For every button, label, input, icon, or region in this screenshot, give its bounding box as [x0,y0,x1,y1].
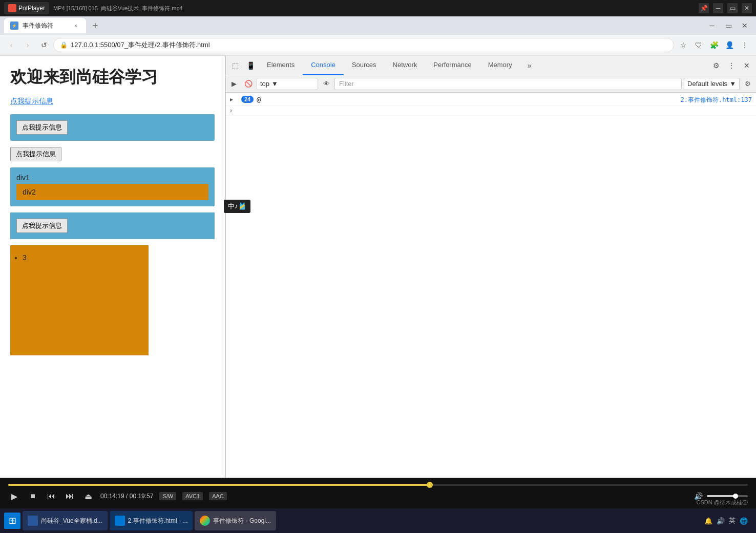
format-aac: AAC [209,492,227,500]
div1-label: div1 [16,174,208,182]
translate-text: 中♪🎽 [228,202,246,211]
console-chevron-2[interactable]: › [230,107,238,114]
next-btn[interactable]: ⏭ [64,490,76,502]
reload-btn[interactable]: ↺ [37,38,51,52]
browser-window: ⚡ 事件修饰符 × + ─ ▭ ✕ ‹ › ↺ 🔒 127.0.0.1:5500… [0,16,756,533]
stop-btn[interactable]: ■ [27,490,39,502]
word-icon [28,516,38,526]
div2-box: div2 [16,184,208,200]
progress-bar[interactable] [8,484,748,486]
console-levels-select[interactable]: Default levels ▼ [684,78,740,90]
tab-close-btn[interactable]: × [72,22,80,30]
console-content: ▸ 24 @ 2.事件修饰符.html:137 › [226,93,756,533]
new-tab-btn[interactable]: + [88,18,102,33]
volume-fill [707,495,736,497]
taskbar-item-code[interactable]: 2.事件修饰符.html - ... [110,511,193,530]
play-btn[interactable]: ▶ [8,490,20,502]
console-play-btn[interactable]: ▶ [228,78,240,90]
taskbar-code-label: 2.事件修饰符.html - ... [128,517,188,525]
address-actions: ☆ 🛡 🧩 👤 ⋮ [676,38,752,52]
address-text: 127.0.0.1:5500/07_事件处理/2.事件修饰符.html [71,40,210,50]
tab-title: 事件修饰符 [23,22,68,30]
restore-browser-btn[interactable]: ▭ [721,18,736,33]
console-levels-dropdown-icon: ▼ [729,80,736,88]
devtools-device-btn[interactable]: 📱 [243,58,258,73]
devtools-toolbar: ⬚ 📱 Elements Console Sources Network [226,56,756,75]
console-source-link[interactable]: 2.事件修饰符.html:137 [681,96,752,104]
prev-btn[interactable]: ⏮ [45,490,57,502]
minimize-btn[interactable]: ─ [713,3,723,13]
scrollable-orange-box[interactable]: 3 [10,245,149,355]
code-icon [115,516,125,526]
forward-btn[interactable]: › [20,38,35,52]
console-stop-btn[interactable]: 🚫 [242,78,255,90]
webpage-content: 欢迎来到尚硅谷学习 点我提示信息 点我提示信息 点我提示信息 div1 div2… [0,56,225,533]
back-btn[interactable]: ‹ [4,38,18,52]
profile-btn[interactable]: 👤 [722,38,737,52]
console-entry-2: › [226,106,756,116]
close-browser-btn[interactable]: ✕ [738,18,752,33]
corner-logo: CSDN @待木成桂② [697,499,748,506]
more-btn[interactable]: ⋮ [738,38,752,52]
close-btn[interactable]: ✕ [742,3,752,13]
volume-bar[interactable] [707,495,748,497]
tab-performance[interactable]: Performance [425,56,479,75]
btn-wrapper-2: 点我提示信息 [10,147,215,161]
console-filter-input[interactable]: Filter [334,78,682,90]
devtools-close-btn[interactable]: ✕ [740,58,754,73]
file-info: MP4 [15/168] 015_尚硅谷Vue技术_事件修饰符.mp4 [53,5,695,12]
browser-chrome: ⚡ 事件修饰符 × + ─ ▭ ✕ ‹ › ↺ 🔒 127.0.0.1:5500… [0,16,756,56]
taskbar-lang[interactable]: 英 [729,516,736,525]
extension-btn[interactable]: 🧩 [707,38,721,52]
console-expand-btn[interactable]: ▸ [230,96,238,103]
btn-info-3[interactable]: 点我提示信息 [16,219,68,233]
tab-console[interactable]: Console [303,56,344,75]
format-avc1: AVC1 [182,492,203,500]
tab-sources[interactable]: Sources [344,56,385,75]
browser-tab[interactable]: ⚡ 事件修饰符 × [4,18,86,33]
taskbar-item-chrome[interactable]: 事件修饰符 - Googl... [195,511,276,530]
devtools-settings-btn[interactable]: ⚙ [709,58,723,73]
devtools-panel: ⬚ 📱 Elements Console Sources Network [225,56,756,533]
blue-box-div: div1 div2 [10,167,215,206]
progress-fill [8,484,430,486]
blue-box-1: 点我提示信息 [10,114,215,141]
taskbar-notification-icon[interactable]: 🔔 [704,517,712,525]
devtools-inspector-btn[interactable]: ⬚ [228,58,242,73]
btn-info-1[interactable]: 点我提示信息 [16,120,68,135]
tab-elements[interactable]: Elements [259,56,303,75]
taskbar-volume-icon[interactable]: 🔊 [717,517,725,525]
taskbar-network-icon[interactable]: 🌐 [740,517,748,525]
tab-network[interactable]: Network [385,56,426,75]
bookmark-btn[interactable]: ☆ [676,38,690,52]
devtools-tabs: Elements Console Sources Network Perform… [259,56,537,75]
pin-btn[interactable]: 📌 [699,3,709,13]
console-top-text: top [260,80,269,88]
console-eye-btn[interactable]: 👁 [320,78,332,90]
address-input[interactable]: 🔒 127.0.0.1:5500/07_事件处理/2.事件修饰符.html [53,38,674,52]
eject-btn[interactable]: ⏏ [82,490,94,502]
console-settings-btn[interactable]: ⚙ [742,78,754,90]
page-link[interactable]: 点我提示信息 [10,97,215,106]
devtools-more-tabs-btn[interactable]: » [522,58,537,73]
tab-memory[interactable]: Memory [480,56,520,75]
minimize-browser-btn[interactable]: ─ [705,18,719,33]
console-at-symbol: @ [257,96,261,103]
tab-bar-controls: ─ ▭ ✕ [705,18,752,33]
restore-btn[interactable]: ▭ [727,3,738,13]
taskbar-item-word[interactable]: 尚硅谷_Vue全家桶.d... [23,511,108,530]
shield-btn[interactable]: 🛡 [691,38,706,52]
console-bar: ▶ 🚫 top ▼ 👁 Filter Default levels ▼ ⚙ [226,75,756,93]
title-bar: PotPlayer MP4 [15/168] 015_尚硅谷Vue技术_事件修饰… [0,0,756,16]
translate-popup: 中♪🎽 [224,200,250,213]
app-icon [8,4,16,12]
devtools-more-btn[interactable]: ⋮ [724,58,739,73]
app-name[interactable]: PotPlayer [4,2,49,14]
start-btn[interactable]: ⊞ [4,513,20,529]
taskbar-chrome-label: 事件修饰符 - Googl... [213,517,271,525]
tab-bar: ⚡ 事件修饰符 × + ─ ▭ ✕ [0,16,756,35]
orange-list: 3 [10,245,149,274]
btn-info-2[interactable]: 点我提示信息 [10,147,61,161]
console-top-select[interactable]: top ▼ [257,78,318,90]
console-count-badge: 24 [241,96,254,103]
